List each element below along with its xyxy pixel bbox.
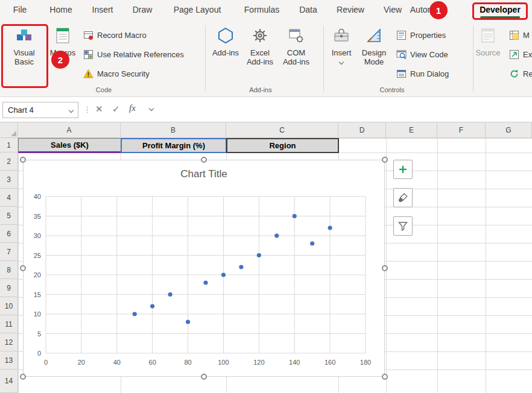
group-divider bbox=[323, 25, 324, 92]
row-header-13[interactable]: 13 bbox=[0, 351, 18, 369]
tab-data[interactable]: Data bbox=[299, 5, 317, 14]
macros-icon bbox=[55, 24, 71, 47]
run-dialog-button[interactable]: Run Dialog bbox=[396, 67, 449, 80]
tab-view[interactable]: View bbox=[384, 5, 402, 14]
chart-plot: 0204060801001201401601800510152025303540 bbox=[24, 160, 385, 377]
column-header-D[interactable]: D bbox=[338, 122, 386, 138]
design-mode-icon bbox=[366, 24, 382, 47]
column-header-C[interactable]: C bbox=[226, 122, 338, 138]
view-code-button[interactable]: View Code bbox=[396, 48, 448, 61]
macro-security-button[interactable]: Macro Security bbox=[83, 67, 150, 80]
cell-B1[interactable]: Profit Margin (%) bbox=[121, 138, 227, 153]
map-properties-button[interactable]: M bbox=[509, 28, 530, 42]
macros-label: Macros bbox=[50, 48, 76, 57]
row-header-9[interactable]: 9 bbox=[0, 279, 18, 297]
row-header-12[interactable]: 12 bbox=[0, 333, 18, 351]
cancel-button[interactable]: ✕ bbox=[95, 104, 103, 115]
design-mode-button[interactable]: Design Mode bbox=[356, 24, 391, 84]
column-header-A[interactable]: A bbox=[18, 122, 121, 138]
xml-source-icon bbox=[480, 24, 496, 47]
chart-resize-handle[interactable] bbox=[201, 374, 207, 380]
tab-file[interactable]: File bbox=[13, 5, 27, 14]
chart-resize-handle[interactable] bbox=[201, 157, 207, 163]
chart[interactable]: Chart Title 0204060801001201401601800510… bbox=[23, 160, 385, 377]
column-header-B[interactable]: B bbox=[121, 122, 226, 138]
tab-insert[interactable]: Insert bbox=[92, 5, 113, 14]
insert-function-button[interactable]: fx bbox=[129, 103, 136, 113]
chart-resize-handle[interactable] bbox=[382, 265, 388, 271]
map-properties-icon bbox=[509, 30, 519, 40]
tab-page-layout[interactable]: Page Layout bbox=[174, 5, 221, 14]
chart-elements-button[interactable] bbox=[393, 160, 413, 179]
tab-review[interactable]: Review bbox=[337, 5, 364, 14]
relative-references-icon bbox=[83, 49, 93, 60]
use-relative-references-label: Use Relative References bbox=[97, 50, 184, 59]
chart-filters-button[interactable] bbox=[393, 216, 413, 236]
chart-resize-handle[interactable] bbox=[20, 265, 26, 271]
tab-formulas[interactable]: Formulas bbox=[244, 5, 279, 14]
enter-button[interactable]: ✓ bbox=[112, 104, 120, 115]
svg-text:0: 0 bbox=[44, 359, 48, 366]
select-all-corner[interactable] bbox=[0, 122, 18, 138]
row-header-4[interactable]: 4 bbox=[0, 189, 18, 207]
cell-A1[interactable]: Sales ($K) bbox=[18, 138, 121, 153]
properties-icon bbox=[396, 30, 407, 40]
row-header-8[interactable]: 8 bbox=[0, 261, 18, 279]
row-header-6[interactable]: 6 bbox=[0, 225, 18, 243]
visual-basic-button[interactable]: Visual Basic bbox=[4, 24, 45, 84]
addins-hexagon-icon bbox=[217, 24, 234, 47]
plus-icon bbox=[398, 165, 408, 174]
export-icon bbox=[509, 49, 519, 60]
chevron-down-icon bbox=[339, 60, 344, 64]
column-header-E[interactable]: E bbox=[386, 122, 437, 138]
group-divider bbox=[473, 25, 473, 92]
tab-autom[interactable]: Autom bbox=[410, 5, 434, 14]
row-header-11[interactable]: 11 bbox=[0, 315, 18, 333]
svg-text:30: 30 bbox=[34, 232, 41, 239]
properties-button[interactable]: Properties bbox=[396, 28, 446, 42]
com-addins-button[interactable]: COM Add-ins bbox=[278, 24, 314, 84]
row-header-1[interactable]: 1 bbox=[0, 138, 18, 152]
tab-draw[interactable]: Draw bbox=[133, 5, 153, 14]
row-header-7[interactable]: 7 bbox=[0, 243, 18, 261]
column-header-F[interactable]: F bbox=[437, 122, 486, 138]
grid-line bbox=[486, 138, 486, 393]
svg-text:160: 160 bbox=[325, 359, 335, 366]
macros-button[interactable]: Macros bbox=[47, 24, 78, 84]
svg-text:100: 100 bbox=[218, 359, 229, 366]
row-header-5[interactable]: 5 bbox=[0, 207, 18, 225]
refresh-data-button[interactable]: Re bbox=[509, 67, 532, 80]
source-button[interactable]: Source bbox=[474, 24, 502, 84]
chart-styles-button[interactable] bbox=[393, 188, 413, 207]
svg-text:140: 140 bbox=[289, 359, 300, 366]
chart-resize-handle[interactable] bbox=[20, 157, 26, 163]
chart-resize-handle[interactable] bbox=[20, 374, 26, 380]
use-relative-references-button[interactable]: Use Relative References bbox=[83, 48, 184, 61]
view-code-label: View Code bbox=[410, 50, 448, 59]
cell-C1[interactable]: Region bbox=[226, 138, 339, 153]
export-label: Ex bbox=[523, 50, 532, 59]
map-properties-label: M bbox=[523, 31, 530, 40]
row-header-14[interactable]: 14 bbox=[0, 369, 18, 393]
row-header-3[interactable]: 3 bbox=[0, 171, 18, 189]
formula-input[interactable] bbox=[159, 102, 527, 118]
chart-resize-handle[interactable] bbox=[382, 157, 388, 163]
tab-developer[interactable]: Developer bbox=[480, 5, 521, 14]
column-header-G[interactable]: G bbox=[486, 122, 532, 138]
name-box[interactable]: Chart 4 bbox=[2, 102, 78, 118]
excel-addins-button[interactable]: Excel Add-ins bbox=[242, 24, 277, 84]
tab-home[interactable]: Home bbox=[49, 5, 72, 14]
properties-label: Properties bbox=[410, 31, 446, 40]
svg-text:180: 180 bbox=[360, 359, 371, 366]
row-header-10[interactable]: 10 bbox=[0, 297, 18, 315]
row-header-2[interactable]: 2 bbox=[0, 152, 18, 171]
export-button[interactable]: Ex bbox=[509, 48, 532, 61]
addins-button[interactable]: Add-ins bbox=[209, 24, 242, 84]
more-options-icon[interactable]: ⋮ bbox=[83, 105, 91, 114]
svg-text:120: 120 bbox=[253, 359, 264, 366]
svg-text:40: 40 bbox=[113, 359, 121, 366]
record-macro-button[interactable]: Record Macro bbox=[83, 28, 147, 42]
insert-control-button[interactable]: Insert bbox=[327, 24, 356, 84]
gear-icon bbox=[252, 24, 268, 47]
chart-resize-handle[interactable] bbox=[382, 374, 388, 380]
